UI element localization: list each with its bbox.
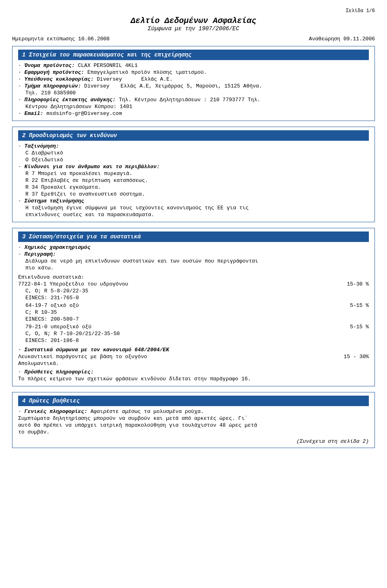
extra-info-label: Πρόσθετες πληροφορίες: (18, 369, 369, 375)
email-line: Email: msdsinfo-gr@Diversey.com (18, 111, 369, 117)
section-3: 3 Σύσταση/στοιχεία για τα συστατικά Χημι… (12, 228, 375, 386)
hazard-r7: R 7 Μπορεί να προκαλέσει πυρκαγιά. (18, 171, 369, 177)
revision-date: Αναθεώρηση 09.11.2006 (309, 36, 375, 42)
hazardous-title: Επικίνδυνα συστατικά: (18, 274, 369, 280)
symptom-line2: αυτό θα πρέπει να υπάρχει ιατρική παρακο… (18, 422, 369, 428)
hazard-r22: R 22 Επιβλαβές σε περίπτωση καταπόσεως. (18, 177, 369, 183)
regulation-label: Συστατικά σύμφωνα με τον κανονισμό 648/2… (18, 347, 369, 353)
section-4-header: 4 Πρώτες βοήθειες (18, 396, 369, 406)
classification-label: Ταξινόμηση: (18, 143, 369, 149)
page-number: Σελίδα 1/6 (12, 8, 375, 14)
chem-label: Χημικός χαρακτηρισμός (18, 244, 369, 250)
comp3-name-line: 79-21-0 υπεροξικό οξύ 5-15 % (18, 324, 369, 330)
regulation-line1: Λευκαντικοί παράγοντες με βάση το οξυγόν… (18, 354, 369, 360)
title-block: Δελτίο Δεδομένων Ασφαλείας Σύμφωνα με τη… (12, 16, 375, 32)
hazards-label: Κίνδυνοι για τον άνθρωπο και το περιβάλλ… (18, 164, 369, 170)
emergency-cyprus-line: Κέντρου Δηλητηριάσεων Κύπρου: 1401 (18, 104, 369, 110)
comp3-detail2: EINECS: 201-186-8 (18, 338, 369, 344)
sub-title: Σύμφωνα με την 1907/2006/EC (12, 25, 375, 32)
section-3-header: 3 Σύσταση/στοιχεία για τα συστατικά (18, 231, 369, 242)
section-1-header: 1 Στοιχεία του παρασκευάσματος και της ε… (18, 50, 369, 60)
product-name-line: Όνομα προϊόντος: CLAX PERSONRIL 4KL1 (18, 63, 369, 69)
dept-line: Τμήμα πληροφοριών: Diversey Ελλάς Α.Ε, Χ… (18, 83, 369, 89)
responsible-line: Υπεύθυνος κυκλοφορίας: Diversey Ελλάς Α.… (18, 76, 369, 82)
section-4: 4 Πρώτες βοήθειες Γενικές πληροφορίες: Α… (12, 392, 375, 448)
classification-o: O Οξειδωτικό (18, 157, 369, 163)
section-2-header: 2 Προσδιορισμός των κινδύνων (18, 130, 369, 141)
system-label: Σύστημα ταξινόμησης (18, 198, 369, 204)
phone-line: Τηλ. 210 6385900 (18, 90, 369, 96)
comp1-detail2: EINECS: 231-765-0 (18, 295, 369, 301)
symptom-line1: Συμπτώματα δηλητηρίασης μπορούν να συμβο… (18, 415, 369, 421)
hazard-r37: R 37 Ερεθίζει το αναπνευστικό σύστημα. (18, 191, 369, 197)
comp1-name-line: 7722-84-1 Υπεροξείδιο του υδρογόνου 15-3… (18, 281, 369, 287)
comp2-detail1: C; R 10-35 (18, 309, 369, 315)
extra-info-line: Το πλήρες κείμενο των σχετικών φράσεων κ… (18, 376, 369, 382)
print-date: Ημερομηνία εκτύπωσης 10.06.2008 (12, 36, 110, 42)
comp1-detail1: C, O; R 5-8-20/22-35 (18, 288, 369, 294)
main-title: Δελτίο Δεδομένων Ασφαλείας (12, 16, 375, 25)
regulation-line2: Απολυμαντικά. (18, 361, 369, 367)
classification-c: C Διαβρωτικό (18, 150, 369, 156)
section-2: 2 Προσδιορισμός των κινδύνων Ταξινόμηση:… (12, 127, 375, 222)
system-line1: Η ταξινόμηση έγινε σύμφωνα με τους ισχύο… (18, 205, 369, 211)
system-line2: επικίνδυνες ουσίες και τα παρασκευάσματα… (18, 212, 369, 218)
desc-line2: πιο κάτω. (18, 265, 369, 271)
emergency-line: Πληροφορίες έκτακτης ανάγκης: Τηλ. Κέντρ… (18, 97, 369, 103)
symptom-line3: το συμβάν. (18, 429, 369, 435)
meta-line: Ημερομηνία εκτύπωσης 10.06.2008 Αναθεώρη… (12, 36, 375, 42)
desc-line1: Διάλυμα σε νερό μη επικίνδυνων συστατικώ… (18, 258, 369, 264)
comp3-detail1: C, O, N; R 7-10-20/21/22-35-50 (18, 331, 369, 337)
section-1: 1 Στοιχεία του παρασκευάσματος και της ε… (12, 46, 375, 121)
desc-label: Περιγραφή: (18, 251, 369, 257)
application-line: Εφαρμογή προϊόντος: Επαγγελματικό προϊόν… (18, 69, 369, 75)
comp2-name-line: 64-19-7 οξικό οξύ 5-15 % (18, 302, 369, 309)
hazard-r34: R 34 Προκαλεί εγκαύματα. (18, 184, 369, 190)
comp2-detail2: EINECS: 200-580-7 (18, 316, 369, 322)
general-info-line: Γενικές πληροφορίες: Αφαιρέστε αμέσως τα… (18, 409, 369, 415)
footer-note: (Συνέχεια στη σελίδα 2) (18, 438, 369, 444)
